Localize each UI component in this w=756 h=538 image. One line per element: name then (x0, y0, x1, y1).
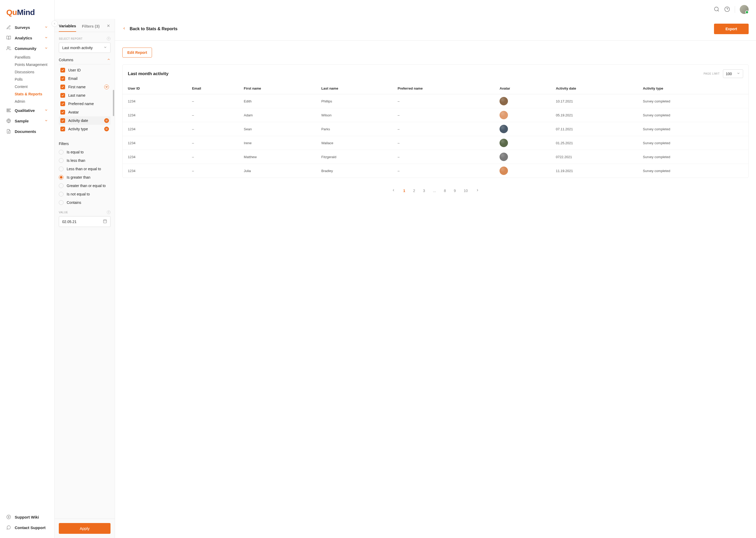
nav-content[interactable]: Content (2, 83, 52, 90)
checkbox[interactable] (60, 93, 65, 98)
table-row[interactable]: 1234–AdamWilson–05.19.2021Survey complet… (122, 108, 748, 122)
svg-point-22 (106, 121, 107, 121)
avatar (499, 139, 508, 147)
value-label: VALUE (59, 211, 68, 214)
report-select[interactable]: Last month activity (59, 42, 111, 53)
nav-surveys[interactable]: Surveys (2, 22, 52, 32)
page-limit-select[interactable]: 100 (723, 69, 743, 78)
page-number[interactable]: 3 (423, 188, 425, 193)
col-header-first[interactable]: First name (240, 83, 318, 94)
checkbox[interactable] (60, 76, 65, 81)
column-toggle[interactable]: Activity type (59, 125, 111, 133)
col-header-type[interactable]: Activity type (639, 83, 748, 94)
radio[interactable] (59, 158, 64, 163)
radio[interactable] (59, 167, 64, 171)
page-number[interactable]: 9 (454, 188, 456, 193)
columns-section-header[interactable]: Columns (59, 53, 111, 64)
nav-stats[interactable]: Stats & Reports (2, 90, 52, 98)
svg-point-0 (7, 46, 9, 48)
nav-qualitative[interactable]: Qualitative (2, 105, 52, 116)
checkbox[interactable] (60, 101, 65, 106)
col-header-avatar[interactable]: Avatar (496, 83, 552, 94)
table-row[interactable]: 1234–JuliaBradley–11.19.2021Survey compl… (122, 164, 748, 178)
filter-op-lt[interactable]: Is less than (59, 156, 111, 165)
checkbox[interactable] (60, 68, 65, 73)
logo-rest: Mind (17, 8, 35, 17)
checkbox[interactable] (60, 118, 65, 123)
sidebar-collapse-button[interactable] (51, 21, 58, 27)
nav-sample[interactable]: Sample (2, 116, 52, 126)
radio[interactable] (59, 183, 64, 188)
column-toggle[interactable]: Email (59, 74, 111, 83)
filter-op-neq[interactable]: Is not equal to (59, 190, 111, 198)
nav-community[interactable]: Community (2, 43, 52, 54)
checkbox[interactable] (60, 127, 65, 131)
tab-filters[interactable]: Filters (3) (82, 24, 100, 31)
export-button[interactable]: Export (714, 24, 749, 34)
value-input[interactable]: 02.05.21 (59, 216, 111, 227)
nav-support-wiki[interactable]: Support Wiki (2, 512, 52, 522)
nav-admin[interactable]: Admin (2, 98, 52, 105)
table-row[interactable]: 1234–IreneWallace–01.25.2021Survey compl… (122, 136, 748, 150)
nav-panellists[interactable]: Panellists (2, 54, 52, 61)
scrollbar-thumb[interactable] (113, 90, 114, 116)
table-row[interactable]: 1234–MatthewFitzgerald–0722.2021Survey c… (122, 150, 748, 164)
edit-report-button[interactable]: Edit Report (122, 48, 152, 58)
col-header-date[interactable]: Activity date (552, 83, 639, 94)
filter-op-eq[interactable]: Is equal to (59, 148, 111, 156)
radio[interactable] (59, 175, 64, 180)
nav-polls[interactable]: Polls (2, 76, 52, 83)
radio[interactable] (59, 150, 64, 154)
checkbox[interactable] (60, 84, 65, 89)
col-header-userid[interactable]: User ID (122, 83, 188, 94)
sliders-icon[interactable] (104, 118, 109, 123)
page-next[interactable] (476, 188, 479, 193)
col-header-last[interactable]: Last name (318, 83, 394, 94)
cell-date: 10.17.2021 (552, 94, 639, 108)
radio[interactable] (59, 200, 64, 205)
filter-op-gte[interactable]: Greater than or equal to (59, 182, 111, 190)
cell-type: Survey completed (639, 108, 748, 122)
page-number[interactable]: 2 (413, 188, 415, 193)
page-number[interactable]: 1 (403, 188, 405, 193)
column-toggle[interactable]: User ID (59, 66, 111, 74)
radio[interactable] (59, 192, 64, 196)
col-header-pref[interactable]: Preferred name (394, 83, 496, 94)
column-toggle[interactable]: First name (59, 83, 111, 91)
info-icon[interactable]: ? (107, 37, 111, 40)
help-icon[interactable] (724, 6, 730, 13)
apply-button[interactable]: Apply (59, 523, 111, 534)
nav-contact-support[interactable]: Contact Support (2, 522, 52, 533)
column-toggle[interactable]: Activity date (59, 116, 111, 125)
close-panel-button[interactable] (106, 24, 111, 32)
nav-points[interactable]: Points Management (2, 61, 52, 68)
avatar (499, 97, 508, 105)
svg-rect-30 (103, 220, 107, 223)
col-header-email[interactable]: Email (188, 83, 240, 94)
filter-op-lte[interactable]: Less than or equal to (59, 165, 111, 173)
search-icon[interactable] (714, 6, 720, 13)
info-icon[interactable]: ? (107, 210, 111, 214)
logo: QuMind (0, 0, 54, 22)
user-avatar[interactable] (740, 5, 749, 14)
page-number[interactable]: 8 (444, 188, 446, 193)
cell-first: Irene (240, 136, 318, 150)
back-link[interactable]: Back to Stats & Reports (122, 27, 177, 31)
column-toggle[interactable]: Last name (59, 91, 111, 100)
table-row[interactable]: 1234–EdithPhillips–10.17.2021Survey comp… (122, 94, 748, 108)
nav-discussions[interactable]: Discussions (2, 68, 52, 76)
filter-op-gt[interactable]: Is greater than (59, 173, 111, 182)
checkbox[interactable] (60, 110, 65, 115)
tab-variables[interactable]: Variables (59, 24, 76, 32)
sliders-icon[interactable] (104, 84, 109, 89)
sliders-icon[interactable] (104, 127, 109, 131)
page-prev[interactable] (392, 188, 395, 193)
nav-documents[interactable]: Documents (2, 126, 52, 136)
column-toggle[interactable]: Preferred name (59, 100, 111, 108)
column-toggle[interactable]: Avatar (59, 108, 111, 116)
nav-analytics[interactable]: Analytics (2, 32, 52, 43)
cell-email: – (188, 108, 240, 122)
page-number[interactable]: 10 (464, 188, 468, 193)
table-row[interactable]: 1234–SeanParks–07.11.2021Survey complete… (122, 122, 748, 136)
filter-op-contains[interactable]: Contains (59, 198, 111, 207)
